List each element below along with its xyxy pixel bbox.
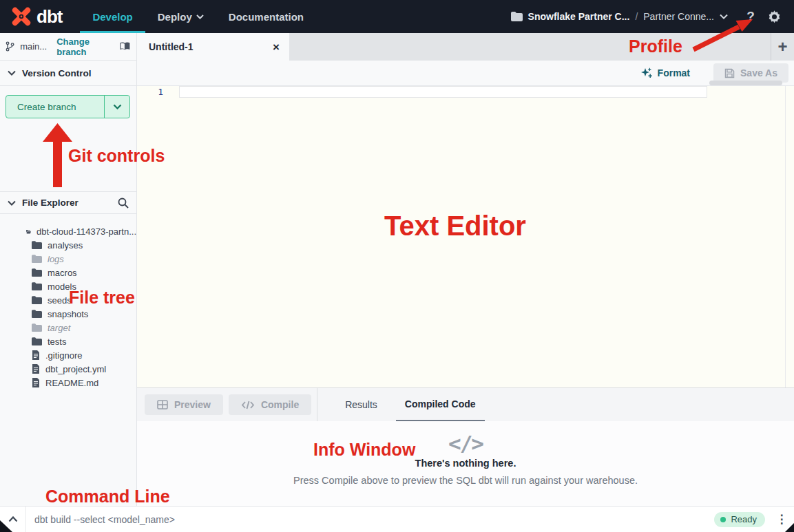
command-menu-button[interactable]: ⋮ [773,512,790,526]
annotation-text-editor: Text Editor [384,211,526,242]
annotation-file-tree: File tree [69,288,135,308]
file-explorer-header[interactable]: File Explorer [0,191,136,214]
breadcrumb-separator: / [635,11,638,22]
nav-develop[interactable]: Develop [80,0,145,33]
folder-open-icon [26,227,31,236]
save-icon [724,68,735,78]
tree-item-label: target [48,323,70,333]
settings-button[interactable] [764,6,784,27]
format-button[interactable]: Format [640,67,690,79]
tree-item-label: analyses [48,240,83,251]
tree-item-label: snapshots [48,309,88,319]
folder-icon [32,296,42,304]
dbt-logo-text: dbt [36,6,62,28]
account-name: Snowflake Partner C... [528,11,630,22]
command-input[interactable] [26,514,714,525]
tree-item-macros[interactable]: macros [0,266,136,279]
compile-button[interactable]: Compile [229,394,311,415]
tree-item-README.md[interactable]: README.md [0,376,136,390]
question-icon: ? [746,9,755,24]
create-branch-label-area[interactable]: Create branch [6,96,105,118]
tree-item-.gitignore[interactable]: .gitignore [0,348,136,362]
chevron-down-icon [8,70,16,76]
status-dot-icon [720,517,726,522]
chevron-down-icon [720,14,728,19]
tree-item-label: logs [48,254,64,264]
tree-item-label: dbt_project.yml [45,364,106,374]
help-button[interactable]: ? [740,6,761,27]
create-branch-dropdown[interactable] [105,96,129,118]
folder-icon [32,241,42,249]
tree-item-target[interactable]: target [0,321,136,334]
nav-deploy[interactable]: Deploy [145,0,216,33]
save-as-button[interactable]: Save As [713,63,788,83]
folder-icon [32,310,42,318]
search-icon[interactable] [118,198,129,209]
chevron-down-icon [113,104,122,109]
main-nav: Develop Deploy Documentation [80,0,316,33]
create-branch-button[interactable]: Create branch [6,95,130,118]
line-number: 1 [155,87,163,97]
file-icon [32,364,40,374]
tab-bar-filler [289,33,771,61]
version-control-header[interactable]: Version Control [0,61,136,86]
tab-compiled-code[interactable]: Compiled Code [396,388,485,422]
dbt-cloud-ide: dbt Develop Deploy Documentation Snowfla… [0,0,794,532]
file-icon [32,350,40,360]
command-line-bar: Ready ⋮ [0,506,794,532]
dbt-logo[interactable]: dbt [0,6,72,28]
folder-icon [511,12,523,21]
tree-item-tests[interactable]: tests [0,334,136,348]
tab-results[interactable]: Results [345,388,377,422]
active-line-highlight[interactable] [179,86,707,98]
change-branch-link[interactable]: Change branch [56,36,114,57]
dbt-logo-icon [11,6,32,27]
preview-button[interactable]: Preview [145,394,223,415]
top-navigation-bar: dbt Develop Deploy Documentation Snowfla… [0,0,794,33]
tree-item-analyses[interactable]: analyses [0,238,136,252]
empty-state-title: There's nothing here. [137,458,794,469]
folder-icon [32,268,42,277]
tree-item-logs[interactable]: logs [0,252,136,266]
tree-item-snapshots[interactable]: snapshots [0,307,136,321]
table-icon [157,400,168,409]
tree-item-label: tests [48,337,66,347]
gear-icon [767,10,782,24]
version-control-title: Version Control [22,68,92,78]
tab-untitled-1[interactable]: Untitled-1 × [137,33,289,61]
git-branch-row: main... Change branch [0,33,136,61]
info-window: </> There's nothing here. Press Compile … [137,421,794,506]
annotation-git-controls: Git controls [68,146,165,166]
annotation-command-line: Command Line [45,487,170,507]
folder-icon [32,255,42,263]
project-switcher[interactable]: Snowflake Partner C... / Partner Conne..… [511,11,728,22]
editor-scrollbar[interactable] [709,81,782,85]
tree-item-dbt-cloud-114373-partn...[interactable]: dbt-cloud-114373-partn... [0,224,136,238]
chevron-down-icon [196,14,204,19]
bottom-panel-header: Preview Compile Results Compiled Code [137,387,794,421]
status-badge: Ready [714,512,765,527]
tab-title: Untitled-1 [149,41,194,52]
file-explorer-title: File Explorer [22,198,79,208]
sparkles-icon [640,67,652,79]
nav-documentation[interactable]: Documentation [216,0,316,33]
project-name: Partner Conne... [643,11,714,22]
panel-divider [317,388,317,422]
close-tab-icon[interactable]: × [273,41,280,53]
file-icon [32,378,40,387]
docs-book-icon[interactable] [119,41,131,52]
tree-item-dbt_project.yml[interactable]: dbt_project.yml [0,362,136,376]
tree-item-label: README.md [45,378,98,388]
expand-command-panel-button[interactable] [0,507,26,532]
tree-item-label: .gitignore [45,350,82,361]
chevron-down-icon [8,200,16,206]
current-branch-name: main... [20,41,47,52]
code-icon: </> [137,431,794,456]
git-branch-icon [6,41,14,52]
topbar-right: Snowflake Partner C... / Partner Conne..… [511,6,794,27]
code-icon [241,401,255,409]
folder-icon [32,337,42,345]
new-tab-button[interactable]: + [771,33,794,61]
folder-icon [32,323,42,332]
tree-item-label: seeds [48,295,72,306]
